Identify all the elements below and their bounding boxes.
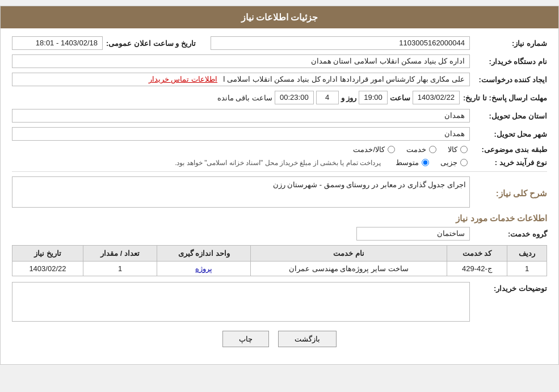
process-label: نوع فرآیند خرید : <box>473 158 547 167</box>
cell-unit: پروژه <box>157 262 251 276</box>
process-note: پرداخت تمام یا بخشی از مبلغ خریداز محل "… <box>175 159 381 167</box>
creator-label: ایجاد کننده درخواست: <box>473 75 547 84</box>
deadline-row: مهلت ارسال پاسخ: تا تاریخ: 1403/02/22 سا… <box>12 91 547 104</box>
announce-value: 1403/02/18 - 18:01 <box>12 36 103 50</box>
radio-jozvi[interactable] <box>460 159 468 166</box>
col-date: تاریخ نیاز <box>12 246 83 262</box>
service-group-label: گروه خدمت: <box>473 230 547 238</box>
city-row: شهر محل تحویل: همدان <box>12 127 547 141</box>
need-number-label: شماره نیاز: <box>473 39 547 48</box>
cell-code: ج-42-429 <box>447 262 507 276</box>
page-title: جزئیات اطلاعات نیاز <box>1 6 558 28</box>
process-row: نوع فرآیند خرید : جزیی متوسط پرداخت تمام… <box>12 158 547 167</box>
col-unit: واحد اندازه گیری <box>157 246 251 262</box>
deadline-days: 4 <box>316 91 339 104</box>
creator-value: علی مکاری بهار کارشناس امور قراردادها اد… <box>12 73 470 86</box>
radio-kala[interactable] <box>460 146 468 153</box>
col-qty: تعداد / مقدار <box>83 246 157 262</box>
deadline-date: 1403/02/22 <box>413 91 460 104</box>
deadline-time: 19:00 <box>359 91 388 104</box>
radio-kala-khedmat[interactable] <box>388 146 395 153</box>
announce-label: تاریخ و ساعت اعلان عمومی: <box>106 39 196 48</box>
creator-row: ایجاد کننده درخواست: علی مکاری بهار کارش… <box>12 73 547 86</box>
buyer-notes-section: توضیحات خریدار: <box>12 282 547 322</box>
description-textarea: اجرای جدول گذاری در معابر در روستای وسمق… <box>12 176 470 208</box>
buyer-notes-label: توضیحات خریدار: <box>473 282 547 293</box>
table-row: 1 ج-42-429 ساخت سایر پروژه‌های مهندسی عم… <box>12 262 547 276</box>
back-button[interactable]: بازگشت <box>278 331 337 347</box>
col-name: نام خدمت <box>250 246 447 262</box>
description-section: شرح کلی نیاز: اجرای جدول گذاری در معابر … <box>12 176 547 208</box>
buyer-notes-textarea[interactable] <box>12 282 470 322</box>
deadline-days-label: روز و <box>341 94 357 102</box>
city-value: همدان <box>12 127 470 141</box>
radio-kala-khedmat-label: کالا/خدمت <box>353 145 385 154</box>
service-group-value: ساختمان <box>356 227 470 241</box>
requester-label: نام دستگاه خریدار: <box>473 57 547 66</box>
deadline-remaining: 00:23:00 <box>275 91 314 104</box>
services-table: ردیف کد خدمت نام خدمت واحد اندازه گیری ت… <box>12 245 547 276</box>
col-code: کد خدمت <box>447 246 507 262</box>
service-group-row: گروه خدمت: ساختمان <box>12 227 547 241</box>
deadline-time-label: ساعت <box>390 94 410 102</box>
cell-row: 1 <box>507 262 547 276</box>
need-number-value: 1103005162000044 <box>211 36 470 50</box>
service-info-title: اطلاعات خدمات مورد نیاز <box>12 213 547 224</box>
creator-link[interactable]: اطلاعات تماس خریدار <box>149 75 217 83</box>
radio-khedmat-label: خدمت <box>406 145 426 154</box>
cell-qty: 1 <box>83 262 157 276</box>
radio-motovaset-label: متوسط <box>396 158 419 167</box>
deadline-label: مهلت ارسال پاسخ: تا تاریخ: <box>463 94 547 102</box>
province-value: همدان <box>12 109 470 123</box>
cell-name: ساخت سایر پروژه‌های مهندسی عمران <box>250 262 447 276</box>
action-buttons: بازگشت چاپ <box>12 331 547 347</box>
province-label: استان محل تحویل: <box>473 112 547 120</box>
category-label: طبقه بندی موضوعی: <box>473 145 547 154</box>
cell-date: 1403/02/22 <box>12 262 83 276</box>
description-section-title: شرح کلی نیاز: <box>473 188 547 199</box>
requester-row: نام دستگاه خریدار: اداره کل بنیاد مسکن ا… <box>12 54 547 68</box>
creator-name: علی مکاری بهار کارشناس امور قراردادها اد… <box>223 75 465 83</box>
print-button[interactable]: چاپ <box>222 331 269 347</box>
radio-motovaset[interactable] <box>422 159 429 166</box>
category-row: طبقه بندی موضوعی: کالا خدمت کالا/خدمت <box>12 145 547 154</box>
province-row: استان محل تحویل: همدان <box>12 109 547 123</box>
radio-khedmat[interactable] <box>429 146 436 153</box>
city-label: شهر محل تحویل: <box>473 130 547 138</box>
requester-value: اداره کل بنیاد مسکن انقلاب اسلامی استان … <box>12 54 470 68</box>
top-info-row: شماره نیاز: 1103005162000044 تاریخ و ساع… <box>12 36 547 50</box>
radio-kala-label: کالا <box>448 145 457 154</box>
col-row: ردیف <box>507 246 547 262</box>
deadline-remaining-label: ساعت باقی مانده <box>217 94 272 102</box>
radio-jozvi-label: جزیی <box>440 158 457 167</box>
